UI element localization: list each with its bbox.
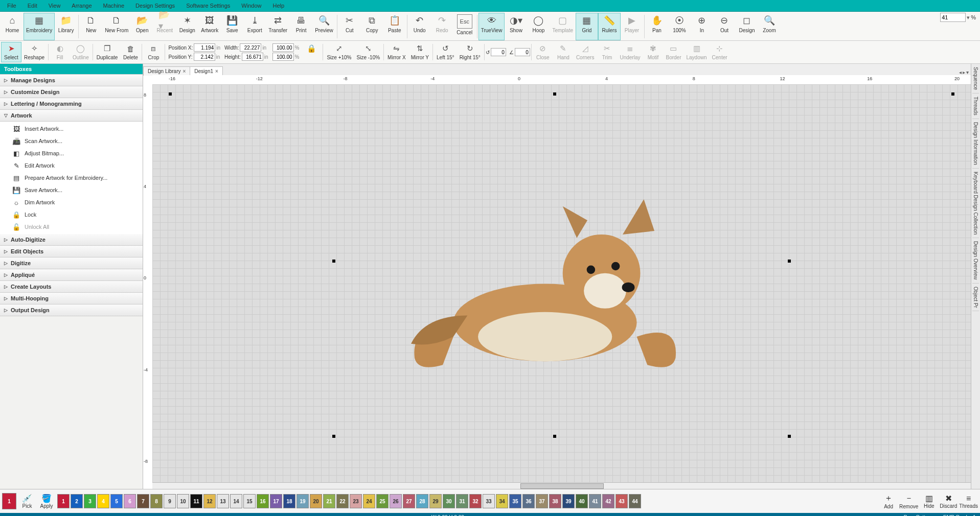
dim-artwork-item[interactable]: ☼Dim Artwork	[0, 196, 143, 208]
select-button[interactable]: ➤Select	[1, 42, 21, 62]
swatch-23[interactable]: 23	[350, 494, 362, 508]
tab1-close-icon[interactable]: ×	[183, 68, 186, 74]
acc-artwork[interactable]: ▽Artwork	[0, 110, 143, 122]
edit-artwork-item[interactable]: ✎Edit Artwork	[0, 159, 143, 172]
swatch-26[interactable]: 26	[390, 494, 402, 508]
acc-multi[interactable]: ▷Multi-Hooping	[0, 293, 143, 304]
export-button[interactable]: ⤓Export	[243, 13, 266, 40]
rulers-button[interactable]: 📏Rulers	[598, 13, 621, 40]
swatch-37[interactable]: 37	[536, 494, 548, 508]
swatch-40[interactable]: 40	[576, 494, 588, 508]
lock-aspect-button[interactable]: 🔒	[301, 42, 322, 62]
reshape-button[interactable]: ✧Reshape	[21, 42, 47, 62]
laydown-button[interactable]: ▥Laydown	[684, 42, 710, 62]
undo-button[interactable]: ↶Undo	[408, 13, 431, 40]
artwork-dog[interactable]	[390, 196, 700, 379]
current-color-swatch[interactable]: 1	[2, 493, 16, 509]
palette-hide-button[interactable]: ▥Hide	[920, 494, 938, 509]
fill-button[interactable]: ◐Fill	[50, 42, 70, 62]
redo-button[interactable]: ↷Redo	[431, 13, 453, 40]
menu-edit[interactable]: Edit	[22, 1, 42, 10]
right-tab-1[interactable]: Threads	[972, 93, 979, 119]
palette-threads-button[interactable]: ≡Threads	[959, 494, 978, 509]
swatch-39[interactable]: 39	[562, 494, 575, 508]
insert-artwork-item[interactable]: 🖼Insert Artwork...	[0, 123, 143, 135]
swatch-27[interactable]: 27	[403, 494, 415, 508]
copy-button[interactable]: ⧉Copy	[361, 13, 383, 40]
right-tab-5[interactable]: Object Pr	[972, 284, 979, 312]
motif-button[interactable]: ✾Motif	[643, 42, 663, 62]
zoomin-button[interactable]: ⊕In	[691, 13, 713, 40]
tab2-close-icon[interactable]: ×	[215, 68, 218, 74]
posy-input[interactable]	[194, 53, 215, 61]
swatch-42[interactable]: 42	[602, 494, 614, 508]
acc-editobj[interactable]: ▷Edit Objects	[0, 246, 143, 257]
swatch-35[interactable]: 35	[509, 494, 521, 508]
pan-button[interactable]: ✋Pan	[646, 13, 668, 40]
sel-handle[interactable]	[788, 435, 791, 438]
template-button[interactable]: ▢Template	[550, 13, 576, 40]
acc-digitize[interactable]: ▷Digitize	[0, 257, 143, 269]
rot1-input[interactable]	[491, 48, 506, 56]
border-button[interactable]: ▭Border	[663, 42, 683, 62]
palette-add-button[interactable]: ＋Add	[880, 493, 897, 509]
adjust-bitmap-item[interactable]: ◧Adjust Bitmap...	[0, 147, 143, 159]
player-button[interactable]: ▶Player	[621, 13, 643, 40]
menu-help[interactable]: Help	[267, 1, 289, 10]
tab-prev-icon[interactable]: ◂	[959, 69, 962, 75]
left15-button[interactable]: ↺Left 15°	[434, 42, 457, 62]
tab-next-icon[interactable]: ▸	[963, 69, 965, 75]
menu-software-settings[interactable]: Software Settings	[181, 1, 235, 10]
swatch-3[interactable]: 3	[84, 494, 96, 508]
duplicate-button[interactable]: ❐Duplicate	[94, 42, 121, 62]
prepare-artwork-item[interactable]: ▤Prepare Artwork for Embroidery...	[0, 172, 143, 184]
swatch-33[interactable]: 33	[483, 494, 495, 508]
swatch-1[interactable]: 1	[57, 494, 70, 508]
swatch-19[interactable]: 19	[297, 494, 309, 508]
swatch-17[interactable]: 17	[270, 494, 282, 508]
outline-button[interactable]: ◯Outline	[70, 42, 92, 62]
mirrory-button[interactable]: ⇅Mirror Y	[408, 42, 431, 62]
h-scroll-thumb[interactable]	[520, 483, 603, 489]
swatch-14[interactable]: 14	[230, 494, 242, 508]
zoomdesign-button[interactable]: ◻Design	[736, 13, 758, 40]
swatch-8[interactable]: 8	[150, 494, 163, 508]
underlay-button[interactable]: ≣Underlay	[617, 42, 643, 62]
right-tab-4[interactable]: Design Overview	[972, 238, 979, 284]
sizeplus-button[interactable]: ⤢Size +10%	[324, 42, 354, 62]
acc-output[interactable]: ▷Output Design	[0, 304, 143, 316]
swatch-16[interactable]: 16	[257, 494, 269, 508]
width-input[interactable]	[240, 43, 261, 52]
sel-handle[interactable]	[332, 435, 335, 438]
swatch-43[interactable]: 43	[616, 494, 628, 508]
cut-button[interactable]: ✂Cut	[338, 13, 361, 40]
tab-design1[interactable]: Design1×	[190, 66, 223, 76]
canvas[interactable]	[152, 84, 971, 483]
swatch-7[interactable]: 7	[137, 494, 149, 508]
apply-button[interactable]: 🪣Apply	[38, 494, 55, 509]
print-button[interactable]: 🖶Print	[290, 13, 312, 40]
sel-handle[interactable]	[788, 260, 791, 263]
sel-handle[interactable]	[951, 92, 954, 96]
swatch-31[interactable]: 31	[456, 494, 468, 508]
save-artwork-item[interactable]: 💾Save Artwork...	[0, 184, 143, 196]
menu-view[interactable]: View	[43, 1, 66, 10]
swatch-20[interactable]: 20	[310, 494, 322, 508]
crop-button[interactable]: ⧈Crop	[143, 42, 164, 62]
home-button[interactable]: ⌂Home	[1, 13, 24, 40]
swatch-12[interactable]: 12	[203, 494, 216, 508]
swatch-11[interactable]: 11	[190, 494, 202, 508]
swatch-25[interactable]: 25	[376, 494, 389, 508]
swatch-34[interactable]: 34	[496, 494, 508, 508]
tab-menu-icon[interactable]: ▾	[966, 69, 969, 75]
swatch-9[interactable]: 9	[164, 494, 176, 508]
acc-applique[interactable]: ▷Appliqué	[0, 269, 143, 281]
trueview-button[interactable]: 👁TrueView	[478, 13, 505, 40]
widthpct-input[interactable]	[272, 43, 294, 52]
posx-input[interactable]	[194, 43, 215, 52]
menu-design-settings[interactable]: Design Settings	[130, 1, 180, 10]
zoom-input[interactable]	[940, 13, 966, 22]
zoom-button[interactable]: 🔍Zoom	[758, 13, 781, 40]
menu-window[interactable]: Window	[236, 1, 266, 10]
cancel-button[interactable]: EscCancel	[453, 13, 476, 40]
